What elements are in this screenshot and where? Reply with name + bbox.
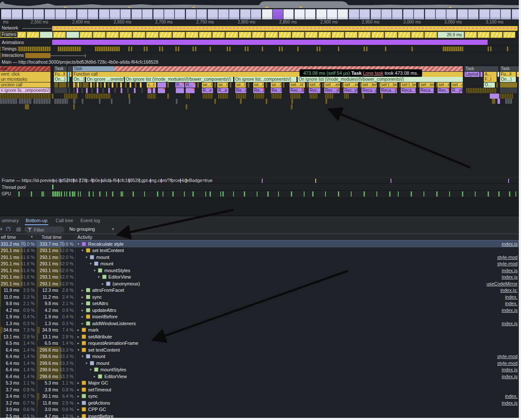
flame-bar-fragment[interactable] [130, 82, 131, 88]
flame-bar-fragment[interactable] [272, 94, 282, 99]
timing-marker[interactable] [507, 47, 508, 51]
track-interactions[interactable]: Interactions [0, 52, 521, 59]
flame-bar-fragment[interactable] [104, 82, 106, 88]
flame-bar-fragment[interactable] [505, 99, 512, 104]
flame-bar-fragment[interactable] [121, 88, 122, 93]
disclosure-triangle-icon[interactable]: ▸ [82, 314, 86, 319]
table-row[interactable]: 6.4 ms1.4 %299.6 ms63.3 %▾set textConten… [0, 347, 521, 353]
flame-bar[interactable]: On...) [73, 77, 85, 82]
flame-bar[interactable]: Reca...yle [380, 88, 397, 93]
film-thumbnail[interactable] [446, 9, 457, 20]
flame-bar-fragment[interactable] [120, 82, 122, 88]
flame-bar[interactable]: On ignore list...components\/) [234, 77, 296, 82]
flame-bar-fragment[interactable] [81, 88, 83, 93]
frames-segment[interactable] [159, 32, 172, 38]
flame-bar[interactable]: Reca..yle [361, 88, 376, 93]
table-row[interactable]: 6.4 ms1.4 %299.6 ms63.3 %▾mountstyle-mod [0, 360, 521, 367]
film-thumbnail[interactable] [153, 9, 164, 20]
flame-bar-fragment[interactable] [496, 82, 498, 88]
source-link[interactable]: index.js [502, 308, 518, 313]
disclosure-triangle-icon[interactable]: ▸ [82, 308, 86, 312]
track-network[interactable]: Network [0, 25, 521, 31]
flame-bar-fragment[interactable] [167, 82, 169, 88]
film-thumbnail[interactable] [283, 9, 294, 20]
flame-bar-fragment[interactable] [381, 94, 383, 99]
film-thumbnail[interactable] [207, 9, 218, 20]
frames-segment[interactable] [398, 32, 411, 38]
flame-bar-fragment[interactable] [54, 82, 58, 88]
film-thumbnail[interactable] [457, 9, 468, 20]
timing-marker[interactable] [162, 47, 163, 51]
flame-bar-fragment[interactable] [111, 99, 112, 104]
timing-marker[interactable] [366, 47, 367, 51]
timing-marker[interactable] [319, 47, 320, 51]
flame-bar[interactable]: s...t [147, 82, 156, 88]
flame-bar-fragment[interactable] [99, 99, 101, 104]
flame-bar-fragment[interactable] [283, 82, 284, 88]
disclosure-triangle-icon[interactable]: ▾ [82, 248, 86, 253]
flame-bar[interactable]: set ..tent [361, 82, 377, 88]
flame-bar-fragment[interactable] [492, 99, 495, 104]
disclosure-triangle-icon[interactable]: ▸ [77, 407, 82, 411]
timing-marker[interactable] [281, 47, 283, 51]
table-row[interactable]: 5.3 ms1.1 %5.3 ms1.1 %▸Major GC [0, 380, 521, 387]
timing-marker[interactable] [175, 47, 177, 51]
flame-bar-fragment[interactable] [0, 99, 17, 104]
disclosure-triangle-icon[interactable]: ▾ [94, 268, 98, 273]
source-link[interactable]: index.js [502, 274, 518, 279]
film-thumbnail[interactable] [175, 9, 185, 20]
table-row[interactable]: 291.1 ms61.6 %293.1 ms62.0 %▾EditorViewi… [0, 274, 521, 281]
flame-bar-fragment[interactable] [490, 94, 499, 99]
flame-bar[interactable]: set ...ent [324, 82, 340, 88]
film-thumbnail[interactable] [88, 9, 98, 20]
flame-bar[interactable]: Rec...le [290, 88, 304, 93]
frames-segment[interactable] [199, 32, 212, 38]
animation-bar[interactable] [52, 40, 488, 45]
track-main-thread[interactable]: Main — http://localhost:3000/projects/bd… [0, 59, 521, 65]
flame-bar[interactable]: R...e [202, 88, 213, 93]
film-thumbnail[interactable] [120, 9, 131, 20]
frames-segment[interactable] [80, 32, 92, 38]
tab-event-log[interactable]: Event log [80, 216, 101, 225]
flame-bar-fragment[interactable] [93, 82, 95, 88]
flame-bar[interactable]: On ignore list (\/node_modules\/|\/bower… [298, 77, 463, 82]
timing-marker[interactable] [159, 47, 160, 51]
flame-bar-fragment[interactable] [33, 99, 50, 104]
timing-marker[interactable] [58, 47, 81, 51]
tab-ummary[interactable]: ummary [1, 216, 20, 225]
flame-bar[interactable]: Task [500, 66, 521, 71]
flame-bar-fragment[interactable] [68, 88, 70, 93]
film-thumbnail[interactable] [294, 9, 305, 20]
table-row[interactable]: 3.4 ms0.7 %30.1 ms6.4 %▸syncindex. [0, 393, 521, 400]
disclosure-triangle-icon[interactable]: ▸ [77, 388, 82, 392]
timing-marker[interactable] [178, 47, 179, 51]
timing-marker[interactable] [210, 47, 211, 51]
film-thumbnail[interactable] [490, 9, 500, 20]
flame-bar-fragment[interactable] [497, 99, 500, 104]
flame-bar[interactable]: Re...le [253, 88, 264, 93]
flame-bar-fragment[interactable] [157, 82, 166, 88]
frames-segment[interactable] [265, 32, 278, 38]
track-thread-pool[interactable]: Thread pool [0, 184, 521, 191]
disclosure-triangle-icon[interactable]: ▾ [77, 242, 82, 246]
timing-marker[interactable] [317, 47, 318, 51]
frames-segment[interactable] [133, 32, 145, 38]
frames-segment[interactable] [172, 32, 185, 38]
flame-bar[interactable]: set ..ent [438, 82, 450, 88]
flame-bar-fragment[interactable] [52, 94, 53, 99]
frames-segment[interactable] [186, 32, 198, 38]
flame-bar-fragment[interactable] [218, 94, 228, 99]
frames-segment[interactable] [332, 32, 344, 38]
film-thumbnail[interactable] [359, 9, 370, 20]
frames-segment[interactable] [66, 32, 79, 38]
flame-bar-fragment[interactable] [73, 82, 75, 88]
film-thumbnail[interactable] [349, 9, 359, 20]
flame-bar[interactable]: Re...e [235, 88, 246, 93]
flame-bar-fragment[interactable] [19, 99, 32, 104]
flame-bar-fragment[interactable] [176, 88, 184, 93]
flame-bar[interactable]: vent: click [0, 72, 50, 77]
film-thumbnail[interactable] [186, 9, 196, 20]
film-thumbnail[interactable] [240, 9, 251, 20]
timing-marker[interactable] [443, 47, 463, 51]
grouping-select[interactable]: No grouping [69, 226, 95, 232]
